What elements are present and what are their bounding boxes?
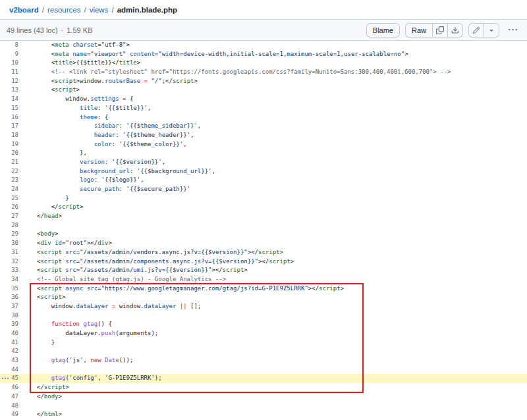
line-number[interactable]: 8 <box>0 41 29 50</box>
line-number[interactable]: 11 <box>0 68 29 77</box>
code-text: <!-- Global site tag (gtag.js) - Google … <box>29 275 527 284</box>
line-number[interactable]: 9 <box>0 50 29 59</box>
code-line: 14 window.settings = { <box>0 95 527 104</box>
code-line: 48 <box>0 402 527 411</box>
code-line: 13 <script> <box>0 86 527 95</box>
line-number[interactable]: 37 <box>0 302 29 311</box>
code-text <box>29 402 527 411</box>
line-number[interactable]: 22 <box>0 167 29 176</box>
line-number[interactable]: 34 <box>0 275 29 284</box>
code-line: 46</script> <box>0 383 527 392</box>
code-text: <meta charset="utf-8"> <box>29 41 527 50</box>
line-number[interactable]: 36 <box>0 293 29 302</box>
code-line: 16 theme: { <box>0 113 527 122</box>
code-view: 8 <meta charset="utf-8">9 <meta name="vi… <box>0 41 527 419</box>
copy-raw-button[interactable] <box>432 23 448 38</box>
code-line: 9 <meta name="viewport" content="width=d… <box>0 50 527 59</box>
code-text <box>29 221 527 230</box>
line-number[interactable]: 39 <box>0 320 29 329</box>
code-text: background_url: '{{$background_url}}', <box>29 167 527 176</box>
edit-group <box>468 23 499 38</box>
breadcrumb-separator: / <box>111 6 113 14</box>
line-number[interactable]: 24 <box>0 185 29 194</box>
line-number[interactable]: 12 <box>0 77 29 86</box>
line-number[interactable]: 19 <box>0 140 29 149</box>
download-icon <box>451 26 459 34</box>
code-text: </body> <box>29 392 527 402</box>
code-text: gtag('config', 'G-P1E9Z5LRRK'); <box>29 374 527 383</box>
code-text: window.settings = { <box>29 95 527 104</box>
code-text: title: '{{$title}}', <box>29 104 527 113</box>
code-line: 22 background_url: '{{$background_url}}'… <box>0 167 527 176</box>
line-number[interactable]: 38 <box>0 311 29 321</box>
code-line: 42 <box>0 347 527 356</box>
code-text: } <box>29 338 527 348</box>
line-number[interactable]: 31 <box>0 248 29 257</box>
line-number[interactable]: 32 <box>0 257 29 267</box>
file-actions: Blame Raw <box>366 23 520 38</box>
code-text: color: '{{$theme_color}}', <box>29 140 527 149</box>
blame-button[interactable]: Blame <box>366 23 400 38</box>
code-text: function gtag() { <box>29 320 527 329</box>
code-line: 47</body> <box>0 392 527 402</box>
code-line: 10 <title>{{$title}}</title> <box>0 59 527 68</box>
code-text: <meta name="viewport" content="width=dev… <box>29 50 527 59</box>
line-number[interactable]: 23 <box>0 176 29 185</box>
code-line: 25 } <box>0 194 527 203</box>
line-number[interactable]: 46 <box>0 383 29 392</box>
breadcrumb-repo-link[interactable]: v2board <box>9 6 39 14</box>
line-number[interactable]: 17 <box>0 122 29 131</box>
code-line: 32<script src="/assets/admin/components.… <box>0 257 527 267</box>
code-text: <script src="/assets/admin/components.as… <box>29 257 527 267</box>
line-number[interactable]: 44 <box>0 365 29 375</box>
line-number[interactable]: 13 <box>0 86 29 95</box>
edit-dropdown-button[interactable] <box>484 23 499 38</box>
code-text: <script>window.routerBase = "/";</script… <box>29 77 527 86</box>
file-size: 1.59 KB <box>67 26 92 34</box>
code-text: </head> <box>29 212 527 221</box>
line-number[interactable]: 35 <box>0 284 29 294</box>
raw-button[interactable]: Raw <box>405 23 433 38</box>
download-raw-button[interactable] <box>447 23 463 38</box>
line-number[interactable]: 16 <box>0 113 29 122</box>
line-number[interactable]: 14 <box>0 95 29 104</box>
line-number[interactable]: 27 <box>0 212 29 221</box>
line-number[interactable]: 30 <box>0 239 29 248</box>
edit-button[interactable] <box>468 23 484 38</box>
code-line: 15 title: '{{$title}}', <box>0 104 527 113</box>
line-number[interactable]: 25 <box>0 194 29 203</box>
line-number[interactable]: 26 <box>0 203 29 212</box>
line-number[interactable]: 29 <box>0 230 29 239</box>
line-number[interactable]: 40 <box>0 329 29 338</box>
line-number[interactable]: 15 <box>0 104 29 113</box>
line-number[interactable]: 20 <box>0 149 29 158</box>
line-number[interactable]: 10 <box>0 59 29 68</box>
line-number[interactable]: 43 <box>0 356 29 365</box>
pencil-icon <box>472 26 480 34</box>
line-number[interactable]: 21 <box>0 158 29 167</box>
code-line: 28 <box>0 221 527 230</box>
line-options-kebab-icon[interactable] <box>2 374 9 383</box>
more-options-button[interactable] <box>505 23 520 38</box>
line-number[interactable]: 41 <box>0 338 29 348</box>
breadcrumb: v2board / resources / views / admin.blad… <box>0 0 527 19</box>
breadcrumb-folder-link-resources[interactable]: resources <box>47 6 81 14</box>
breadcrumb-folder-link-views[interactable]: views <box>90 6 109 14</box>
line-number[interactable]: 28 <box>0 221 29 230</box>
line-number[interactable]: 47 <box>0 392 29 402</box>
line-number[interactable]: 48 <box>0 402 29 411</box>
code-line: 17 sidebar: '{{$theme_sidebar}}', <box>0 122 527 131</box>
line-number[interactable]: 49 <box>0 410 29 419</box>
file-info-separator: · <box>61 26 64 34</box>
code-line: 41 } <box>0 338 527 348</box>
line-number[interactable]: 42 <box>0 347 29 356</box>
line-number[interactable]: 18 <box>0 131 29 140</box>
code-text: </script> <box>29 203 527 212</box>
code-text: dataLayer.push(arguments); <box>29 329 527 338</box>
line-number[interactable]: 33 <box>0 266 29 275</box>
code-text: gtag('js', new Date()); <box>29 356 527 365</box>
code-text: <script> <box>29 86 527 95</box>
kebab-horizontal-icon <box>509 26 517 34</box>
code-text: <title>{{$title}}</title> <box>29 59 527 68</box>
code-text <box>29 347 527 356</box>
